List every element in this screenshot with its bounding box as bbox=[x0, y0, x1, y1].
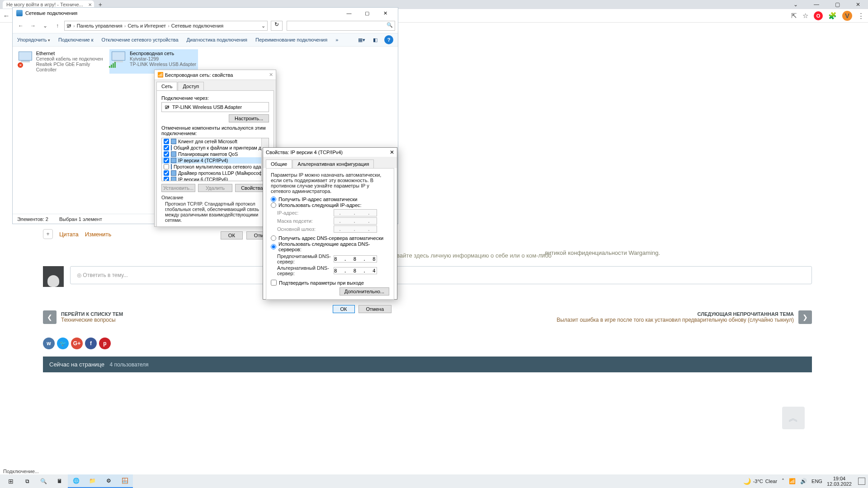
arrow-right-icon: ❯ bbox=[798, 310, 812, 324]
view-icons-icon[interactable]: ▦▾ bbox=[357, 35, 366, 44]
tab-close-icon[interactable]: ✕ bbox=[88, 2, 92, 7]
advanced-button[interactable]: Дополнительно... bbox=[340, 287, 389, 296]
confirm-checkbox[interactable] bbox=[271, 280, 277, 286]
nav-back-icon[interactable]: ← bbox=[15, 23, 26, 29]
taskbar-app-explorer[interactable]: 📁 bbox=[84, 474, 100, 488]
adapter-icon: 🖳 bbox=[165, 104, 170, 110]
wifi-icon: 📶 bbox=[157, 72, 164, 78]
share-icon[interactable]: ⇱ bbox=[791, 12, 797, 20]
install-button[interactable]: Установить... bbox=[161, 184, 195, 192]
props-b-titlebar[interactable]: Свойства: IP версии 4 (TCP/IPv4) ✕ bbox=[263, 148, 397, 157]
nav-fwd-icon[interactable]: → bbox=[28, 23, 38, 29]
start-button[interactable]: ⊞ bbox=[3, 474, 19, 488]
ip-field[interactable] bbox=[334, 209, 377, 216]
component-row[interactable]: Общий доступ к файлам и принтерам для се… bbox=[162, 145, 269, 151]
explorer-titlebar[interactable]: Сетевые подключения — ▢ ✕ bbox=[13, 8, 398, 19]
chrome-menu-icon[interactable]: ⋮ bbox=[858, 12, 864, 20]
taskbar-app-chrome[interactable]: 🌐 bbox=[68, 474, 84, 488]
nav-back-icon[interactable]: ← bbox=[0, 12, 13, 19]
components-list[interactable]: Клиент для сетей Microsoft Общий доступ … bbox=[161, 138, 269, 181]
taskbar-clock[interactable]: 19:04 12.03.2022 bbox=[827, 476, 852, 487]
ipv4-props-dialog: Свойства: IP версии 4 (TCP/IPv4) ✕ Общие… bbox=[263, 147, 397, 300]
lang-indicator[interactable]: ENG bbox=[811, 479, 822, 484]
scroll-top-button[interactable]: ︽ bbox=[782, 407, 805, 429]
reply-input[interactable]: ◎ Ответить в тему... bbox=[70, 266, 812, 284]
tb-connect[interactable]: Подключение к bbox=[58, 37, 94, 42]
address-bar[interactable]: 🖳 › Панель управления › Сеть и Интернет … bbox=[64, 21, 268, 31]
explorer-search[interactable] bbox=[287, 21, 395, 31]
mask-field[interactable] bbox=[334, 217, 377, 225]
explorer-max[interactable]: ▢ bbox=[358, 10, 376, 16]
taskbar-weather[interactable]: 🌙 -3°C Clear bbox=[743, 478, 777, 485]
wifi-icon[interactable]: 📶 bbox=[789, 478, 796, 484]
speaker-icon[interactable]: 🔊 bbox=[800, 478, 807, 484]
quote-link[interactable]: Цитата bbox=[59, 231, 79, 238]
component-row[interactable]: Планировщик пакетов QoS bbox=[162, 151, 269, 157]
taskview-icon[interactable]: ⧉ bbox=[19, 474, 35, 488]
tb-diagnose[interactable]: Диагностика подключения bbox=[187, 37, 247, 42]
taskbar-app-calculator[interactable]: 🖩 bbox=[52, 474, 68, 488]
tab-network[interactable]: Сеть bbox=[156, 82, 177, 90]
chrome-minimize[interactable]: — bbox=[808, 1, 825, 8]
radio-manual-ip[interactable] bbox=[271, 202, 276, 208]
facebook-icon[interactable]: f bbox=[85, 338, 97, 349]
edit-link[interactable]: Изменить bbox=[85, 231, 112, 238]
close-icon[interactable]: ✕ bbox=[269, 72, 273, 78]
tab-general[interactable]: Общие bbox=[266, 160, 292, 168]
radio-manual-dns[interactable] bbox=[271, 244, 276, 249]
next-topic-nav[interactable]: СЛЕДУЮЩАЯ НЕПРОЧИТАННАЯ ТЕМА Вылазит оши… bbox=[557, 310, 812, 324]
tb-rename[interactable]: Переименование подключения bbox=[255, 37, 327, 42]
tray-up-icon[interactable]: ˄ bbox=[782, 478, 784, 484]
tb-organize[interactable]: Упорядочить bbox=[17, 37, 50, 42]
gplus-icon[interactable]: G+ bbox=[71, 338, 83, 349]
tab-alt-config[interactable]: Альтернативная конфигурация bbox=[292, 160, 374, 168]
plus-button[interactable]: + bbox=[43, 229, 53, 239]
tab-access[interactable]: Доступ bbox=[178, 82, 204, 90]
radio-auto-dns[interactable] bbox=[271, 235, 276, 241]
explorer-min[interactable]: — bbox=[340, 10, 358, 16]
network-adapter-ethernet[interactable]: ✕ Ethernet Сетевой кабель не подключен R… bbox=[17, 49, 106, 74]
close-icon[interactable]: ✕ bbox=[390, 149, 394, 155]
refresh-button[interactable]: ↻ bbox=[271, 21, 283, 31]
taskbar-app-wot[interactable]: ⚙ bbox=[100, 474, 117, 488]
chrome-close[interactable]: ✕ bbox=[850, 1, 866, 8]
tb-disable[interactable]: Отключение сетевого устройства bbox=[102, 37, 179, 42]
configure-button[interactable]: Настроить... bbox=[229, 114, 269, 122]
preview-pane-icon[interactable]: ◧ bbox=[371, 35, 380, 44]
component-row[interactable]: Драйвер протокола LLDP (Майкрософт) bbox=[162, 170, 269, 176]
pinterest-icon[interactable]: p bbox=[99, 338, 111, 349]
profile-avatar[interactable]: V bbox=[842, 11, 852, 21]
component-row[interactable]: IP версии 6 (TCP/IPv6) bbox=[162, 176, 269, 181]
tb-more[interactable]: » bbox=[335, 37, 338, 42]
component-row-ipv4[interactable]: IP версии 4 (TCP/IPv4) bbox=[162, 157, 269, 164]
nav-dropdown-icon[interactable]: ⌄ bbox=[40, 23, 51, 29]
extensions-icon[interactable]: 🧩 bbox=[828, 12, 837, 20]
twitter-icon[interactable]: 🐦 bbox=[57, 338, 69, 349]
extension-opera-icon[interactable]: O bbox=[814, 11, 823, 20]
prev-topic-nav[interactable]: ❮ ПЕРЕЙТИ К СПИСКУ ТЕМ Технические вопро… bbox=[43, 310, 123, 324]
chrome-maximize[interactable]: ▢ bbox=[829, 1, 845, 8]
ok-button[interactable]: ОК bbox=[221, 231, 243, 239]
disabled-icon: ✕ bbox=[18, 62, 23, 68]
remove-button[interactable]: Удалить bbox=[198, 184, 232, 192]
dns2-field[interactable] bbox=[334, 267, 377, 274]
vk-icon[interactable]: w bbox=[43, 338, 55, 349]
component-row[interactable]: Протокол мультиплексора сетевого адаптер… bbox=[162, 164, 269, 170]
taskbar-app-magnifier[interactable]: 🔍 bbox=[35, 474, 52, 488]
help-icon[interactable]: ? bbox=[384, 35, 393, 44]
gateway-field[interactable] bbox=[334, 225, 377, 233]
radio-auto-ip[interactable] bbox=[271, 197, 276, 202]
cancel-button[interactable]: Отмена bbox=[359, 305, 392, 313]
chrome-dropdown-icon[interactable]: ⌄ bbox=[788, 1, 804, 8]
notifications-icon[interactable] bbox=[858, 478, 865, 485]
props-a-titlebar[interactable]: 📶 Беспроводная сеть: свойства ✕ bbox=[155, 70, 276, 80]
ok-button[interactable]: ОК bbox=[333, 305, 355, 313]
moon-icon: 🌙 bbox=[743, 478, 751, 485]
component-row[interactable]: Клиент для сетей Microsoft bbox=[162, 138, 269, 145]
dns1-field[interactable] bbox=[334, 255, 377, 263]
taskbar-app-settings[interactable]: 🪟 bbox=[117, 474, 133, 488]
status-connecting: Подключение... bbox=[1, 468, 41, 474]
explorer-close[interactable]: ✕ bbox=[376, 10, 394, 16]
nav-up-icon[interactable]: ↑ bbox=[52, 23, 63, 29]
star-icon[interactable]: ☆ bbox=[802, 12, 808, 20]
